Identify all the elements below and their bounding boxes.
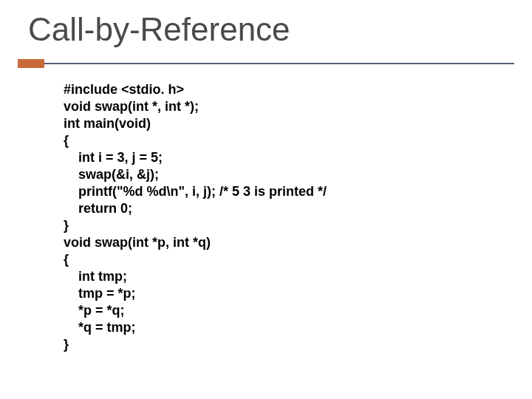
slide: Call-by-Reference #include <stdio. h> vo… — [0, 0, 532, 399]
horizontal-rule — [44, 63, 514, 64]
accent-block — [18, 59, 44, 68]
slide-title: Call-by-Reference — [0, 0, 532, 48]
code-block: #include <stdio. h> void swap(int *, int… — [64, 81, 502, 354]
